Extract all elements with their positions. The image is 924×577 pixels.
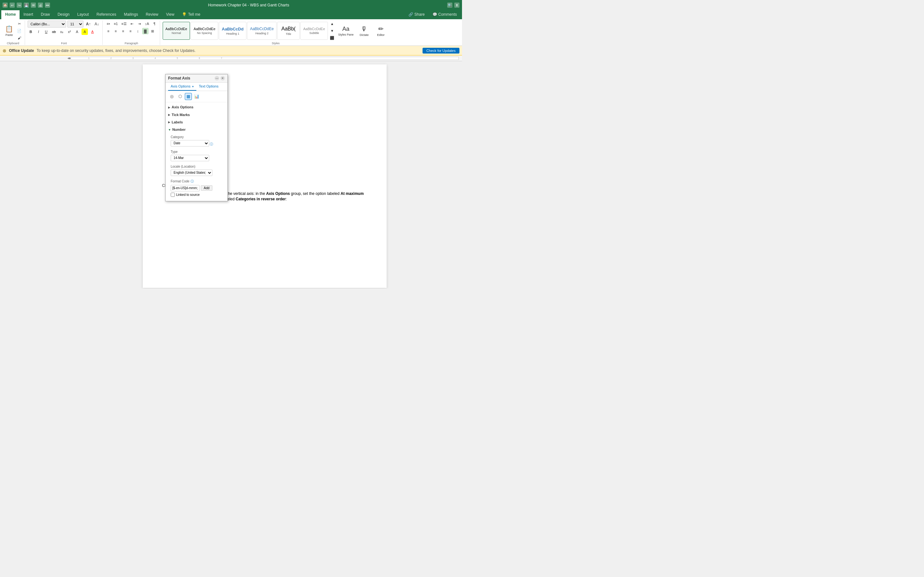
- email-icon[interactable]: ✉: [31, 3, 36, 8]
- axis-icon-btn[interactable]: ◎: [168, 93, 175, 100]
- bold-button[interactable]: B: [27, 29, 34, 35]
- styles-pane-button[interactable]: Aa Styles Pane: [336, 22, 355, 40]
- series-icon-btn[interactable]: 📊: [193, 93, 200, 100]
- style-no-spacing[interactable]: AaBbCcDdEe No Spacing: [191, 22, 218, 40]
- tab-design[interactable]: Design: [53, 10, 73, 19]
- number-section-content: Category Date ⓘ Type 14-Mar: [166, 134, 228, 200]
- font-name-select[interactable]: Calibri (Bo...: [27, 21, 66, 27]
- tab-mailings[interactable]: Mailings: [120, 10, 142, 19]
- decrease-indent-button[interactable]: ⇤: [129, 21, 136, 27]
- line-spacing-button[interactable]: ↕: [135, 28, 141, 34]
- share-icon[interactable]: ⬆: [454, 3, 459, 8]
- undo-icon[interactable]: ↩: [10, 3, 15, 8]
- style-heading1[interactable]: AaBbCcDd Heading 1: [219, 22, 246, 40]
- strikethrough-button[interactable]: ab: [51, 29, 57, 35]
- align-right-button[interactable]: ≡: [120, 28, 126, 34]
- format-painter-button[interactable]: 🖌: [16, 35, 23, 41]
- subscript-button[interactable]: x₂: [58, 29, 65, 35]
- tab-insert[interactable]: Insert: [19, 10, 37, 19]
- locale-select[interactable]: English (United States): [171, 169, 212, 176]
- tab-review[interactable]: Review: [142, 10, 162, 19]
- category-select[interactable]: Date: [171, 140, 209, 147]
- bar-chart-icon-btn[interactable]: ▦: [185, 93, 192, 100]
- paste-button[interactable]: 📋 Paste: [3, 22, 15, 40]
- italic-button[interactable]: I: [35, 29, 42, 35]
- multilevel-list-button[interactable]: ≡☰: [120, 21, 128, 27]
- axis-options-section[interactable]: ▶ Axis Options: [166, 103, 228, 111]
- type-select[interactable]: 14-Mar: [171, 155, 209, 161]
- update-message: To keep up-to-date on security updates, …: [37, 48, 196, 53]
- format-code-input[interactable]: [171, 185, 200, 191]
- format-code-info-icon[interactable]: ⓘ: [191, 179, 194, 184]
- dialog-tab-text-options[interactable]: Text Options: [196, 83, 221, 91]
- style-subtitle[interactable]: AaBbCcDdEe Subtitle: [300, 22, 328, 40]
- number-section[interactable]: ▼ Number: [166, 126, 228, 133]
- increase-indent-button[interactable]: ⇥: [136, 21, 143, 27]
- sort-button[interactable]: ↕A: [144, 21, 150, 27]
- decrease-font-size-button[interactable]: A↓: [94, 21, 100, 27]
- tab-view[interactable]: View: [162, 10, 178, 19]
- editor-button[interactable]: ✏ Editor: [373, 22, 389, 40]
- tick-marks-section[interactable]: ▶ Tick Marks: [166, 111, 228, 119]
- tick-marks-section-title: Tick Marks: [172, 113, 190, 117]
- document-page: Format Axis — ✕ Axis Options ▾ Text Opti…: [143, 64, 387, 288]
- shading-button[interactable]: ▓: [142, 28, 149, 34]
- check-for-updates-button[interactable]: Check for Updates: [423, 48, 459, 53]
- styles-scroll-up[interactable]: ▲: [328, 21, 336, 27]
- search-icon[interactable]: 🔍: [447, 3, 452, 8]
- style-no-spacing-label: No Spacing: [197, 31, 212, 35]
- print-preview-icon[interactable]: 🖨: [38, 3, 43, 8]
- paste-icon: 📋: [5, 25, 13, 33]
- underline-button[interactable]: U: [43, 29, 49, 35]
- dialog-title-bar[interactable]: Format Axis — ✕: [166, 74, 228, 83]
- justify-button[interactable]: ≡: [128, 28, 134, 34]
- style-normal[interactable]: AaBbCcDdEe Normal: [163, 22, 190, 40]
- show-formatting-button[interactable]: ¶: [152, 21, 158, 27]
- text-options-tab-label: Text Options: [199, 84, 218, 88]
- ribbon-tabs: Home Insert Draw Design Layout Reference…: [0, 10, 462, 19]
- add-format-code-button[interactable]: Add: [201, 185, 212, 191]
- font-color-button[interactable]: A: [89, 29, 95, 35]
- home-icon[interactable]: 🏠: [3, 3, 8, 8]
- style-title[interactable]: AaBb( Title: [277, 22, 300, 40]
- increase-font-size-button[interactable]: A↑: [85, 21, 92, 27]
- dialog-close-button[interactable]: ✕: [220, 76, 225, 81]
- category-info-icon[interactable]: ⓘ: [210, 142, 213, 147]
- tab-home[interactable]: Home: [1, 10, 19, 19]
- text-highlight-button[interactable]: A: [81, 29, 88, 35]
- shape-fill-icon-btn[interactable]: ⬡: [176, 93, 184, 100]
- linked-to-source-checkbox[interactable]: [171, 193, 175, 197]
- font-size-select[interactable]: 11: [67, 21, 83, 27]
- tab-draw[interactable]: Draw: [37, 10, 53, 19]
- copy-button[interactable]: 📄: [16, 27, 23, 34]
- numbering-button[interactable]: ≡1: [113, 21, 120, 27]
- dialog-minimize-button[interactable]: —: [215, 76, 219, 81]
- labels-section[interactable]: ▶ Labels: [166, 119, 228, 126]
- cut-button[interactable]: ✂: [16, 21, 23, 27]
- dialog-tab-axis-options[interactable]: Axis Options ▾: [168, 83, 196, 91]
- bullets-button[interactable]: ≡•: [105, 21, 111, 27]
- style-heading2[interactable]: AaBbCcDdEe Heading 2: [247, 22, 276, 40]
- align-left-button[interactable]: ≡: [105, 28, 111, 34]
- styles-more[interactable]: ⬛: [328, 35, 336, 41]
- styles-pane-icon: Aa: [342, 26, 349, 32]
- update-bar: ⊗ Office Update To keep up-to-date on se…: [0, 46, 462, 55]
- paragraph-label: Paragraph: [125, 41, 138, 45]
- styles-scroll-down[interactable]: ▼: [328, 27, 336, 34]
- text-effects-button[interactable]: A: [74, 29, 80, 35]
- share-button[interactable]: 🔗 Share: [405, 10, 428, 19]
- borders-button[interactable]: ⊞: [150, 28, 156, 34]
- superscript-button[interactable]: x²: [66, 29, 73, 35]
- redo-icon[interactable]: ↪: [17, 3, 22, 8]
- save-icon[interactable]: 💾: [24, 3, 29, 8]
- dictate-button[interactable]: 🎙 Dictate: [356, 22, 372, 40]
- comments-button[interactable]: 💬 Comments: [429, 10, 461, 19]
- tab-layout[interactable]: Layout: [73, 10, 93, 19]
- dialog-tabs: Axis Options ▾ Text Options: [166, 83, 228, 91]
- tab-tell-me[interactable]: 💡 Tell me: [178, 10, 204, 19]
- more-commands-icon[interactable]: •••: [45, 3, 50, 8]
- align-center-button[interactable]: ≡: [113, 28, 119, 34]
- tab-references[interactable]: References: [93, 10, 120, 19]
- styles-pane-label: Styles Pane: [338, 33, 354, 36]
- axis-options-chevron: ▾: [192, 85, 194, 88]
